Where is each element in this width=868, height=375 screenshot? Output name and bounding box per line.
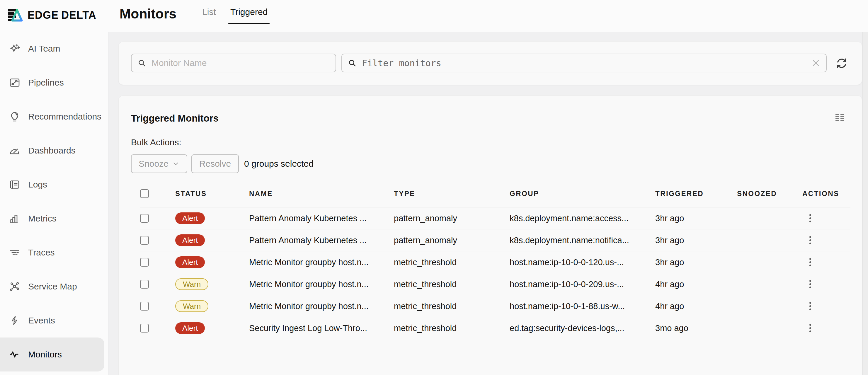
snooze-label: Snooze	[138, 159, 168, 169]
table-row: Alert Metric Monitor groupby host.n... m…	[140, 251, 850, 273]
column-header-snoozed[interactable]: SNOOZED	[737, 190, 802, 198]
sidebar-item-label: Service Map	[28, 282, 77, 291]
bar-chart-icon	[9, 213, 21, 224]
sidebar-item-label: Logs	[28, 180, 47, 190]
row-actions-menu-button[interactable]	[806, 256, 814, 268]
status-badge: Warn	[175, 300, 208, 312]
row-checkbox[interactable]	[140, 302, 149, 311]
tab-list[interactable]: List	[202, 0, 216, 24]
monitor-type: metric_threshold	[394, 323, 509, 333]
monitor-name[interactable]: Pattern Anomaly Kubernetes ...	[249, 214, 394, 223]
ai-sparkle-icon	[9, 43, 21, 55]
triggered-monitors-table: STATUS NAME TYPE GROUP TRIGGERED SNOOZED…	[140, 181, 850, 339]
sidebar-item-pipelines[interactable]: Pipelines	[0, 66, 108, 100]
monitor-type: pattern_anomaly	[394, 236, 509, 245]
sidebar-item-label: Metrics	[28, 214, 57, 223]
search-icon	[137, 59, 146, 67]
page-title: Monitors	[120, 0, 177, 28]
sidebar-item-traces[interactable]: Traces	[0, 236, 108, 270]
row-actions-menu-button[interactable]	[806, 322, 814, 334]
network-nodes-icon	[9, 281, 21, 292]
monitor-name[interactable]: Pattern Anomaly Kubernetes ...	[249, 236, 394, 245]
brand-name: EDGEDELTA	[28, 9, 96, 21]
filters-card	[118, 41, 862, 85]
row-actions-menu-button[interactable]	[806, 300, 814, 312]
scrollbar[interactable]	[862, 32, 868, 375]
sidebar-item-label: Events	[28, 315, 55, 325]
edge-delta-logo-icon	[8, 8, 24, 22]
top-bar: EDGEDELTA Monitors List Triggered	[0, 0, 868, 32]
row-checkbox[interactable]	[140, 324, 149, 333]
select-all-checkbox[interactable]	[140, 189, 149, 198]
row-checkbox[interactable]	[140, 214, 149, 223]
pulse-icon	[9, 349, 21, 361]
monitor-group: host.name:ip-10-0-0-120.us-...	[509, 257, 655, 267]
monitor-triggered: 3hr ago	[655, 236, 737, 245]
monitor-name[interactable]: Metric Monitor groupby host.n...	[249, 302, 394, 311]
monitor-name[interactable]: Security Ingest Log Low-Thro...	[249, 323, 394, 333]
monitor-group: host.name:ip-10-0-0-209.us-...	[509, 280, 655, 289]
chevron-down-icon	[172, 160, 180, 167]
row-actions-menu-button[interactable]	[806, 278, 814, 290]
sidebar: AI Team Pipelines Recommendations	[0, 32, 108, 375]
sidebar-item-events[interactable]: Events	[0, 304, 108, 338]
monitor-type: metric_threshold	[394, 280, 509, 289]
app-screen: EDGEDELTA Monitors List Triggered AI Tea…	[0, 0, 868, 375]
column-header-group[interactable]: GROUP	[509, 190, 655, 198]
column-header-status[interactable]: STATUS	[175, 190, 249, 198]
resolve-label: Resolve	[199, 159, 231, 169]
traces-icon	[9, 247, 21, 258]
tab-triggered[interactable]: Triggered	[230, 0, 268, 24]
sidebar-item-service-map[interactable]: Service Map	[0, 270, 108, 304]
status-badge: Alert	[175, 256, 205, 268]
gauge-icon	[9, 145, 21, 156]
filter-monitors-input[interactable]	[361, 58, 807, 68]
table-header-row: STATUS NAME TYPE GROUP TRIGGERED SNOOZED…	[140, 181, 850, 208]
sidebar-item-label: Dashboards	[28, 146, 75, 156]
sidebar-item-label: Pipelines	[28, 77, 64, 88]
row-actions-menu-button[interactable]	[806, 212, 814, 224]
sidebar-item-ai-team[interactable]: AI Team	[0, 32, 108, 66]
status-badge: Alert	[175, 322, 205, 334]
monitor-triggered: 4hr ago	[655, 280, 737, 289]
monitor-group: host.name:ip-10-0-1-88.us-w...	[509, 302, 655, 311]
filter-monitors-input-wrapper	[341, 54, 827, 72]
column-header-triggered[interactable]: TRIGGERED	[655, 190, 737, 198]
pipelines-icon	[9, 77, 21, 89]
sidebar-item-logs[interactable]: Logs	[0, 167, 108, 201]
sidebar-item-dashboards[interactable]: Dashboards	[0, 134, 108, 167]
resolve-button[interactable]: Resolve	[191, 154, 239, 173]
sidebar-item-recommendations[interactable]: Recommendations	[0, 100, 108, 134]
monitor-triggered: 3hr ago	[655, 257, 737, 267]
refresh-button[interactable]	[835, 57, 848, 69]
search-icon	[348, 59, 356, 67]
sidebar-item-label: AI Team	[28, 44, 60, 54]
sidebar-item-monitors[interactable]: Monitors	[0, 338, 104, 372]
row-checkbox[interactable]	[140, 258, 149, 267]
snooze-button[interactable]: Snooze	[131, 154, 187, 173]
column-settings-button[interactable]	[835, 114, 844, 121]
row-actions-menu-button[interactable]	[806, 235, 814, 246]
table-row: Alert Security Ingest Log Low-Thro... me…	[140, 317, 850, 339]
brand-logo[interactable]: EDGEDELTA	[8, 8, 96, 22]
lightning-icon	[9, 315, 21, 326]
monitor-group: k8s.deployment.name:notifica...	[509, 236, 655, 245]
row-checkbox[interactable]	[140, 236, 149, 245]
table-row: Alert Pattern Anomaly Kubernetes ... pat…	[140, 229, 850, 251]
clear-filter-button[interactable]	[811, 59, 820, 67]
close-icon	[811, 59, 820, 67]
monitor-name-input[interactable]	[151, 58, 330, 68]
monitor-type: pattern_anomaly	[394, 214, 509, 223]
column-header-name[interactable]: NAME	[249, 190, 394, 198]
monitor-name[interactable]: Metric Monitor groupby host.n...	[249, 280, 394, 289]
status-badge: Alert	[175, 212, 205, 224]
table-row: Warn Metric Monitor groupby host.n... me…	[140, 295, 850, 317]
monitor-group: k8s.deployment.name:access...	[509, 214, 655, 223]
column-header-actions: ACTIONS	[802, 190, 850, 198]
monitor-name-input-wrapper	[131, 54, 336, 72]
row-checkbox[interactable]	[140, 280, 149, 288]
column-header-type[interactable]: TYPE	[394, 190, 509, 198]
section-title: Triggered Monitors	[131, 113, 219, 124]
sidebar-item-metrics[interactable]: Metrics	[0, 201, 108, 236]
monitor-name[interactable]: Metric Monitor groupby host.n...	[249, 257, 394, 267]
